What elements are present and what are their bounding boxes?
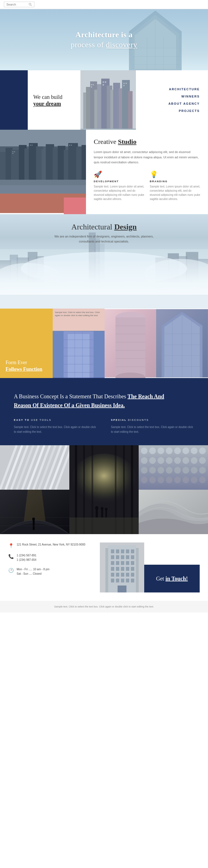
svg-rect-96 <box>115 342 145 342</box>
nav-winners[interactable]: WINNERS <box>181 95 200 98</box>
card-development: 🚀 DEVELOPMENT Sample text. Lorem ipsum d… <box>94 170 144 201</box>
phone2-text: 1 (234) 987-654 <box>16 558 36 562</box>
svg-rect-182 <box>121 555 124 559</box>
dream-line2: your dream <box>33 100 75 107</box>
svg-point-154 <box>199 467 206 473</box>
svg-rect-122 <box>96 509 98 518</box>
search-input[interactable] <box>6 3 29 6</box>
hours-text: Mon - Fri ..... 10 am - 8 pm <box>16 567 49 571</box>
clock-icon: 🕐 <box>8 568 14 573</box>
svg-rect-191 <box>116 567 119 571</box>
svg-point-115 <box>71 454 137 509</box>
rocket-icon: 🚀 <box>94 170 144 178</box>
arch-ground <box>0 295 208 309</box>
svg-point-135 <box>174 447 181 454</box>
svg-point-158 <box>166 477 173 483</box>
form-building1 <box>53 331 105 378</box>
svg-rect-194 <box>131 567 134 571</box>
col2-heading: SPECIAL DISCOUNTS <box>111 418 194 421</box>
arch-design-text: Architectural Design We are an independe… <box>0 214 208 244</box>
svg-point-145 <box>191 457 198 464</box>
svg-rect-204 <box>131 579 134 583</box>
business-cols: EASY TO USE TOOLS Sample text. Click to … <box>14 418 194 434</box>
svg-point-167 <box>32 518 35 521</box>
form-col1: Sample text. Click to select the text bo… <box>53 309 105 378</box>
card1-title: DEVELOPMENT <box>94 180 144 183</box>
address-text: 121 Rock Street, 21 Avenue, New York, NY… <box>16 542 85 547</box>
svg-rect-166 <box>33 520 35 530</box>
svg-rect-84 <box>64 356 94 356</box>
svg-rect-83 <box>64 347 94 348</box>
svg-point-140 <box>149 457 156 464</box>
svg-point-142 <box>166 457 173 464</box>
card2-title: BRANDING <box>150 180 200 183</box>
svg-point-123 <box>95 506 99 510</box>
svg-rect-32 <box>124 85 125 86</box>
svg-point-157 <box>158 477 164 483</box>
svg-point-152 <box>182 467 189 473</box>
svg-rect-192 <box>121 567 124 571</box>
svg-line-1 <box>31 5 32 6</box>
svg-rect-81 <box>68 334 90 377</box>
svg-point-137 <box>191 447 198 454</box>
svg-point-161 <box>191 477 198 483</box>
svg-point-148 <box>149 467 156 473</box>
svg-rect-179 <box>131 550 134 553</box>
svg-rect-200 <box>111 579 114 583</box>
hours2-text: Sat - Sun .... Closed <box>16 571 49 576</box>
card-branding: 💡 BRANDING Sample text. Lorem ipsum dolo… <box>150 170 200 201</box>
grid-cell-3 <box>139 445 208 490</box>
card2-text: Sample text. Lorem ipsum dolor sit amet,… <box>150 184 200 201</box>
phone-icon: 📞 <box>8 554 14 559</box>
footer-text: Sample text. Click to select the text bo… <box>8 605 200 609</box>
search-box[interactable] <box>4 2 34 7</box>
svg-rect-187 <box>121 561 124 565</box>
svg-point-141 <box>158 457 164 464</box>
studio-cards: 🚀 DEVELOPMENT Sample text. Lorem ipsum d… <box>94 170 200 201</box>
svg-point-155 <box>141 477 147 483</box>
svg-rect-124 <box>101 510 103 518</box>
form-col3 <box>156 309 208 378</box>
svg-point-127 <box>105 508 108 510</box>
section-form: Form Ever Follows Function Sample text. … <box>0 309 208 378</box>
form-heading: Form Ever Follows Function <box>5 360 47 372</box>
svg-point-147 <box>141 467 147 473</box>
nav-architecture[interactable]: ARCHITECTURE <box>169 88 200 91</box>
svg-point-150 <box>166 467 173 473</box>
col1-heading: EASY TO USE TOOLS <box>14 418 97 421</box>
svg-point-159 <box>174 477 181 483</box>
pink-accent <box>64 197 86 214</box>
col1-text: Sample text. Click to select the text bo… <box>14 425 97 434</box>
form-col2 <box>105 309 157 378</box>
hero-section: Architecture is a process of discovery <box>0 9 208 70</box>
svg-rect-190 <box>111 567 114 571</box>
grid-cell-4 <box>0 490 69 534</box>
svg-rect-59 <box>69 145 70 146</box>
svg-point-138 <box>199 447 206 454</box>
arch-design-para: We are an independent firm of designers,… <box>51 234 157 244</box>
fog-layer <box>0 258 208 295</box>
hero-title: Architecture is a process of discovery <box>71 30 137 50</box>
svg-rect-180 <box>111 555 114 559</box>
svg-rect-199 <box>131 573 134 577</box>
svg-point-132 <box>149 447 156 454</box>
svg-rect-126 <box>105 510 107 518</box>
svg-rect-25 <box>91 86 92 88</box>
get-in-touch-text: Get in Touch! <box>156 576 188 582</box>
nav-about[interactable]: ABOUT AGENCY <box>168 102 200 105</box>
svg-rect-205 <box>117 586 127 592</box>
section-dream: We can build your dream <box>0 70 208 130</box>
hero-text: Architecture is a process of discovery <box>71 30 137 50</box>
svg-rect-175 <box>111 550 114 553</box>
svg-rect-88 <box>82 331 83 377</box>
footer-building-image <box>100 542 144 592</box>
nav-projects[interactable]: PROJECTS <box>179 109 200 113</box>
svg-rect-28 <box>105 82 106 83</box>
get-in-touch-box[interactable]: Get in Touch! <box>144 565 200 592</box>
svg-rect-201 <box>116 579 119 583</box>
svg-rect-197 <box>121 573 124 577</box>
city-sketch-image <box>80 70 136 130</box>
arch-design-heading: Architectural Design <box>0 222 208 231</box>
svg-rect-195 <box>111 573 114 577</box>
section-studio: Creative Studio Lorem ipsum dolor sit am… <box>0 130 208 214</box>
